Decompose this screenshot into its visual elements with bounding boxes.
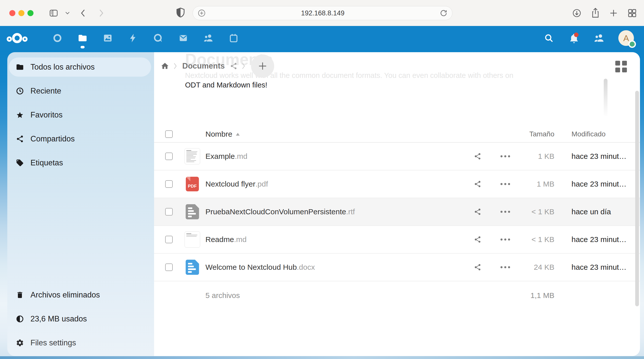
row-share-icon[interactable] xyxy=(464,208,491,216)
avatar[interactable]: A xyxy=(618,30,634,46)
sidebar-item-recent[interactable]: Reciente xyxy=(9,81,151,101)
avatar-initial: A xyxy=(623,33,629,43)
scrollbar[interactable] xyxy=(635,91,639,306)
file-name: Readme xyxy=(205,235,234,244)
file-size: < 1 KB xyxy=(519,207,554,216)
row-share-icon[interactable] xyxy=(464,263,491,271)
home-icon[interactable] xyxy=(161,62,169,70)
new-tab-icon[interactable] xyxy=(609,9,618,17)
more-actions-icon[interactable] xyxy=(491,266,519,268)
row-share-icon[interactable] xyxy=(464,153,491,160)
contacts-menu-icon[interactable] xyxy=(593,26,605,50)
sidebar-item-files-settings[interactable]: Files settings xyxy=(9,333,151,352)
table-row[interactable]: Readme.md < 1 KB hace 23 minut… xyxy=(154,226,640,254)
table-row[interactable]: PDF Nextcloud flyer.pdf 1 MB hace 23 min… xyxy=(154,170,640,198)
select-all-checkbox[interactable] xyxy=(165,130,173,138)
sidebar-item-label: 23,6 MB usados xyxy=(30,314,87,323)
clock-icon xyxy=(16,87,24,95)
new-item-button[interactable] xyxy=(251,54,274,78)
more-actions-icon[interactable] xyxy=(491,211,519,213)
file-table: Nombre Tamaño Modificado Example.md 1 KB… xyxy=(154,126,640,310)
trash-icon xyxy=(16,291,24,299)
nextcloud-logo-icon[interactable] xyxy=(7,32,28,44)
sidebar-item-label: Etiquetas xyxy=(30,158,63,167)
sidebar-item-favorites[interactable]: Favoritos xyxy=(9,105,151,125)
sidebar-item-all-files[interactable]: Todos los archivos xyxy=(9,57,151,77)
file-name: Example xyxy=(205,152,235,161)
search-icon[interactable] xyxy=(543,26,555,50)
zoom-window-button[interactable] xyxy=(27,10,33,16)
row-share-icon[interactable] xyxy=(464,180,491,188)
settings-gear-icon xyxy=(16,339,24,347)
row-checkbox[interactable] xyxy=(165,153,173,160)
app-dashboard-icon[interactable] xyxy=(51,26,63,50)
chevron-right-icon xyxy=(241,62,245,70)
chevron-down-icon[interactable] xyxy=(65,11,70,15)
rtf-file-icon xyxy=(186,204,199,219)
url-text[interactable]: 192.168.8.149 xyxy=(206,9,440,17)
app-background: Todos los archivos Reciente Favoritos Co… xyxy=(0,50,644,359)
quota-icon xyxy=(16,315,24,323)
file-modified: hace un día xyxy=(554,207,631,216)
sidebar-item-shares[interactable]: Compartidos xyxy=(9,129,151,148)
sidebar-item-tags[interactable]: Etiquetas xyxy=(9,153,151,172)
more-actions-icon[interactable] xyxy=(491,238,519,241)
forward-button[interactable] xyxy=(98,8,104,18)
app-calendar-icon[interactable] xyxy=(228,26,240,50)
app-files-icon[interactable] xyxy=(77,26,89,50)
app-mail-icon[interactable] xyxy=(177,26,189,50)
tag-icon xyxy=(16,159,24,167)
reload-icon[interactable] xyxy=(440,9,448,17)
nextcloud-header: A xyxy=(0,26,644,50)
file-name: PruebaNextCloudConVolumenPersistente xyxy=(205,207,346,216)
address-bar[interactable]: 192.168.8.149 xyxy=(193,6,452,20)
back-button[interactable] xyxy=(80,8,86,18)
file-modified: hace 23 minut… xyxy=(554,180,631,188)
tab-overview-icon[interactable] xyxy=(627,8,637,18)
table-header-row: Nombre Tamaño Modificado xyxy=(154,126,640,143)
breadcrumb-current[interactable]: Documents xyxy=(182,62,225,71)
share-icon xyxy=(16,135,24,143)
sidebar-item-label: Compartidos xyxy=(30,134,75,143)
row-checkbox[interactable] xyxy=(165,180,173,188)
minimize-window-button[interactable] xyxy=(18,10,24,16)
grid-view-toggle-icon[interactable] xyxy=(615,61,627,72)
close-window-button[interactable] xyxy=(9,10,15,16)
file-modified: hace 23 minut… xyxy=(554,235,631,244)
sort-ascending-icon[interactable] xyxy=(236,133,240,136)
table-row[interactable]: Welcome to Nextcloud Hub.docx 24 KB hace… xyxy=(154,254,640,281)
sidebar-spacer xyxy=(9,177,151,285)
app-activity-icon[interactable] xyxy=(127,26,139,50)
app-photos-icon[interactable] xyxy=(102,26,114,50)
app-contacts-icon[interactable] xyxy=(202,26,214,50)
row-checkbox[interactable] xyxy=(165,208,173,216)
column-header-modified[interactable]: Modificado xyxy=(554,130,631,138)
breadcrumb-share-icon[interactable] xyxy=(230,62,237,70)
privacy-shield-icon[interactable] xyxy=(176,7,185,19)
row-checkbox[interactable] xyxy=(165,236,173,243)
downloads-icon[interactable] xyxy=(572,8,582,18)
column-header-name[interactable]: Nombre xyxy=(205,130,232,138)
app-talk-icon[interactable] xyxy=(152,26,164,50)
more-actions-icon[interactable] xyxy=(491,155,519,157)
sidebar-item-label: Todos los archivos xyxy=(30,63,95,72)
sidebar-toggle-icon[interactable] xyxy=(49,8,59,18)
status-indicator xyxy=(628,40,636,48)
sidebar-item-trash[interactable]: Archivos eliminados xyxy=(9,285,151,305)
row-checkbox[interactable] xyxy=(165,263,173,271)
share-page-icon[interactable] xyxy=(591,7,600,18)
inner-scrollbar-fade xyxy=(604,79,607,117)
breadcrumb: Documents xyxy=(161,52,274,80)
column-header-size[interactable]: Tamaño xyxy=(519,130,554,138)
table-row[interactable]: Example.md 1 KB hace 23 minut… xyxy=(154,143,640,170)
file-size: 1 MB xyxy=(519,180,554,188)
notification-badge xyxy=(574,33,579,37)
table-row[interactable]: PruebaNextCloudConVolumenPersistente.rtf… xyxy=(154,198,640,226)
row-share-icon[interactable] xyxy=(464,236,491,243)
file-count: 5 archivos xyxy=(205,291,457,300)
notifications-bell-icon[interactable] xyxy=(568,26,580,50)
sidebar-item-quota[interactable]: 23,6 MB usados xyxy=(9,309,151,328)
more-actions-icon[interactable] xyxy=(491,183,519,185)
file-type-icon: PDF xyxy=(179,177,205,191)
page-settings-icon[interactable] xyxy=(197,9,206,17)
